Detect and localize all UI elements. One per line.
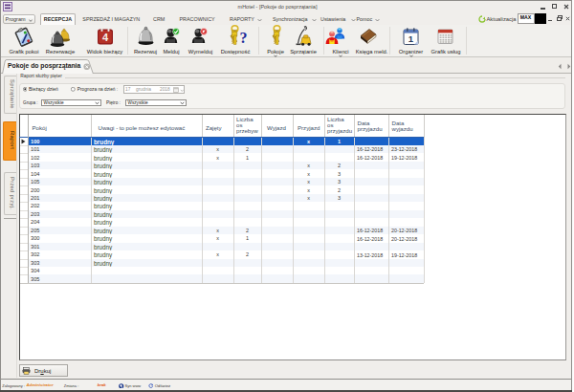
- svg-text:?: ?: [240, 30, 248, 46]
- svg-text:1: 1: [408, 33, 414, 44]
- svg-text:4: 4: [102, 32, 109, 43]
